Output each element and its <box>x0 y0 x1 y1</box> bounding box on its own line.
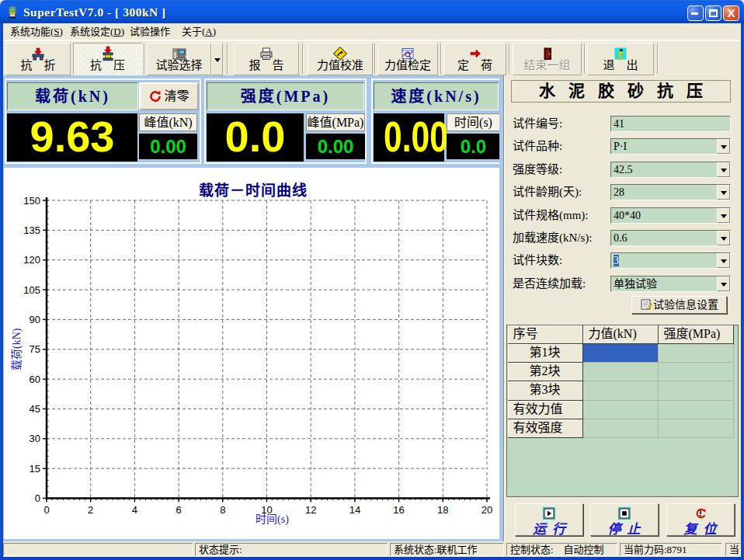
toolbar-button-label: 力值检定 <box>378 59 437 72</box>
combo-dropdown-arrow[interactable] <box>717 231 730 245</box>
display-group-load: 载荷(kN)清零9.63峰值(kN)0.00 <box>5 78 201 164</box>
menu-item-1[interactable]: 系统功能(S) <box>10 23 63 40</box>
table-column-header-2: 力值(kN) <box>583 325 659 344</box>
main-display-area: 载荷(kN)清零9.63峰值(kN)0.00强度(MPa)0.0峰值(MPa)0… <box>3 75 503 541</box>
table-column-header-1: 序号 <box>508 325 583 344</box>
clear-zero-label: 清零 <box>164 89 189 103</box>
toolbar-button-force-calibrate[interactable]: 力值校准 <box>308 43 373 75</box>
field-label-2: 试件品种: <box>513 138 562 155</box>
toolbar-separator <box>227 43 228 74</box>
svg-text:18: 18 <box>437 504 448 516</box>
combo-box-2[interactable]: P·I <box>610 138 731 155</box>
toolbar-button-label: 定 荷 <box>444 59 506 72</box>
stop-button[interactable]: 停止 <box>590 503 659 536</box>
toolbar-separator <box>584 43 586 74</box>
display-title-strength: 强度(MPa) <box>207 82 364 110</box>
table-row-header: 第1块 <box>508 344 583 363</box>
menu-item-2[interactable]: 系统设定(D) <box>70 23 124 40</box>
combo-dropdown-arrow[interactable] <box>717 185 730 200</box>
menu-item-4[interactable]: 关于(A) <box>182 23 216 40</box>
toolbar: 抗 折抗 压试验选择报 告力值校准力值检定定 荷结束一组退 出 <box>3 40 741 75</box>
table-cell[interactable] <box>659 363 734 381</box>
toolbar-dropdown-arrow-test-select[interactable] <box>211 43 223 75</box>
window-border-right <box>741 23 744 560</box>
display-title-speed: 速度(kN/s) <box>374 82 499 110</box>
table-cell[interactable] <box>659 401 734 419</box>
toolbar-button-exit[interactable]: 退 出 <box>587 43 654 75</box>
toolbar-button-label: 退 出 <box>588 59 653 72</box>
combo-dropdown-arrow[interactable] <box>717 277 730 291</box>
combo-dropdown-arrow[interactable] <box>717 253 730 268</box>
combo-dropdown-arrow[interactable] <box>717 139 730 154</box>
maximize-button[interactable] <box>705 5 721 21</box>
svg-text:2: 2 <box>88 504 93 516</box>
field-label-6: 加载速度(kN/s): <box>513 230 593 246</box>
combo-box-8[interactable]: 单独试验 <box>610 276 731 292</box>
combo-box-4[interactable]: 28 <box>610 184 731 200</box>
svg-text:载荷(kN): 载荷(kN) <box>11 328 23 370</box>
field-label-3: 强度等级: <box>513 162 562 178</box>
table-row-header: 有效力值 <box>508 401 583 419</box>
toolbar-button-label: 抗 压 <box>74 59 141 72</box>
toolbar-button-test-select[interactable]: 试验选择 <box>147 43 211 75</box>
status-panel-1 <box>3 543 193 556</box>
close-icon: X <box>724 6 739 20</box>
results-table: 序号力值(kN)强度(MPa)第1块第2块第3块有效力值有效强度 <box>506 325 739 497</box>
toolbar-button-flexure[interactable]: 抗 折 <box>5 43 71 75</box>
peak-label-strength: 峰值(MPa) <box>306 113 365 131</box>
svg-text:0: 0 <box>35 492 40 504</box>
peak-label-load: 峰值(kN) <box>139 113 197 131</box>
text-input-1[interactable]: 41 <box>610 116 731 132</box>
panel-divider <box>499 75 505 541</box>
svg-text:120: 120 <box>23 254 40 266</box>
close-button[interactable]: X <box>723 5 739 21</box>
svg-text:150: 150 <box>23 195 40 207</box>
field-label-8: 是否连续加载: <box>513 276 586 292</box>
table-cell[interactable] <box>583 363 659 381</box>
table-cell[interactable] <box>583 344 659 363</box>
menu-item-3[interactable]: 试验操作 <box>130 23 170 40</box>
combo-box-6[interactable]: 0.6 <box>610 230 731 246</box>
status-panel-2: 状态提示: <box>195 543 388 556</box>
minimize-button[interactable] <box>687 5 704 21</box>
combo-box-3[interactable]: 42.5 <box>610 162 731 178</box>
combo-box-5[interactable]: 40*40 <box>610 207 731 224</box>
combo-dropdown-arrow[interactable] <box>717 162 730 177</box>
combo-dropdown-arrow[interactable] <box>717 208 730 223</box>
svg-text:12: 12 <box>305 504 316 516</box>
combo-box-7[interactable]: 3 <box>610 252 731 269</box>
svg-text:45: 45 <box>30 403 40 415</box>
svg-text:60: 60 <box>30 374 40 385</box>
status-bar: 状态提示:系统状态:联机工作控制状态: 自动控制当前力码:8791当前 <box>3 541 741 557</box>
field-label-5: 试件规格(mm): <box>513 207 589 224</box>
display-value-text: 9.63 <box>30 113 115 160</box>
clear-zero-button[interactable]: 清零 <box>139 82 199 110</box>
display-value-load: 9.63 <box>7 113 137 162</box>
reset-button[interactable]: 复位 <box>666 503 735 536</box>
svg-text:20: 20 <box>482 504 492 516</box>
toolbar-button-report[interactable]: 报 告 <box>234 43 299 75</box>
svg-text:16: 16 <box>393 504 404 516</box>
table-cell[interactable] <box>583 381 659 400</box>
menu-bar: 系统功能(S)系统设定(D)试验操作关于(A) <box>3 23 741 40</box>
svg-text:105: 105 <box>23 284 40 296</box>
title-bar: SuperTestV7.0 - [ 300kN ] X <box>0 0 744 23</box>
table-cell[interactable] <box>659 344 734 363</box>
svg-text:8: 8 <box>220 504 225 516</box>
run-button-label: 运行 <box>516 518 582 532</box>
svg-text:30: 30 <box>30 433 40 444</box>
toolbar-button-force-verify[interactable]: 力值检定 <box>377 43 438 75</box>
window-border-bottom <box>0 557 744 560</box>
test-info-settings-button[interactable]: 试验信息设置 <box>631 296 727 314</box>
table-cell[interactable] <box>583 401 659 419</box>
toolbar-button-label: 试验选择 <box>148 59 210 72</box>
toolbar-button-constant-load[interactable]: 定 荷 <box>443 43 506 75</box>
table-cell[interactable] <box>659 381 734 400</box>
table-cell[interactable] <box>659 419 734 438</box>
run-button[interactable]: 运行 <box>515 503 583 536</box>
toolbar-button-compression[interactable]: 抗 压 <box>73 43 142 75</box>
table-row-header: 第2块 <box>508 363 583 381</box>
table-cell[interactable] <box>583 419 659 438</box>
svg-text:14: 14 <box>349 504 360 516</box>
display-group-speed: 速度(kN/s)0.00时间(s)0.0 <box>371 78 502 164</box>
